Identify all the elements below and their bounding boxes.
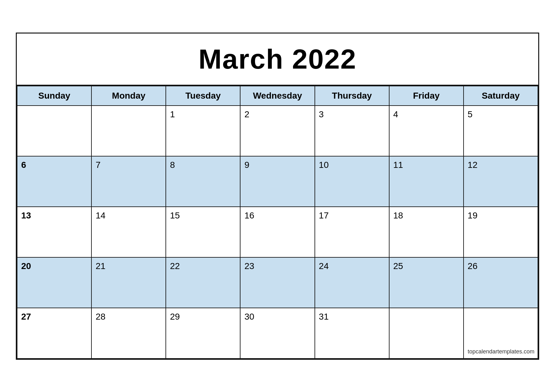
calendar-day-cell: 30 <box>240 308 315 358</box>
calendar-day-cell: 16 <box>240 207 315 257</box>
calendar-container: March 2022 SundayMondayTuesdayWednesdayT… <box>16 33 539 360</box>
watermark-text: topcalendartemplates.com <box>468 348 534 355</box>
calendar-day-cell: 15 <box>166 207 240 257</box>
calendar-day-cell <box>91 106 166 156</box>
day-number: 14 <box>96 211 105 220</box>
day-of-week-header: Friday <box>389 86 464 106</box>
calendar-day-cell: 20 <box>17 257 91 308</box>
day-number: 10 <box>319 160 329 170</box>
calendar-day-cell: 8 <box>166 156 240 207</box>
calendar-day-cell: 29 <box>166 308 240 358</box>
calendar-day-cell: 28 <box>91 308 166 358</box>
day-number: 13 <box>21 211 31 220</box>
calendar-day-cell: 9 <box>240 156 315 207</box>
calendar-day-cell <box>17 106 91 156</box>
day-number: 18 <box>393 211 403 220</box>
day-number: 15 <box>170 211 180 220</box>
calendar-body: 1234567891011121314151617181920212223242… <box>17 106 538 358</box>
calendar-day-cell: 11 <box>389 156 464 207</box>
calendar-week-row: 6789101112 <box>17 156 538 207</box>
calendar-header: March 2022 <box>17 34 538 86</box>
calendar-day-cell: 25 <box>389 257 464 308</box>
day-number: 20 <box>21 261 31 271</box>
calendar-day-cell: 2 <box>240 106 315 156</box>
day-number: 8 <box>170 160 175 170</box>
calendar-day-cell: 22 <box>166 257 240 308</box>
calendar-grid: SundayMondayTuesdayWednesdayThursdayFrid… <box>17 86 538 359</box>
calendar-day-cell <box>389 308 464 358</box>
day-of-week-header: Sunday <box>17 86 91 106</box>
day-number: 19 <box>468 211 477 220</box>
calendar-day-cell: 27 <box>17 308 91 358</box>
day-number: 6 <box>21 160 26 170</box>
calendar-day-cell: 19 <box>464 207 538 257</box>
day-number: 27 <box>21 312 31 322</box>
day-number: 12 <box>468 160 477 170</box>
calendar-week-row: 12345 <box>17 106 538 156</box>
calendar-day-cell: 13 <box>17 207 91 257</box>
day-number: 28 <box>96 312 105 322</box>
day-number: 24 <box>319 261 329 271</box>
calendar-day-cell: 26 <box>464 257 538 308</box>
calendar-day-cell: 12 <box>464 156 538 207</box>
calendar-day-cell: 10 <box>315 156 389 207</box>
day-of-week-header: Thursday <box>315 86 389 106</box>
day-of-week-header: Wednesday <box>240 86 315 106</box>
day-number: 30 <box>244 312 254 322</box>
calendar-day-cell: 3 <box>315 106 389 156</box>
day-number: 11 <box>393 160 403 170</box>
day-number: 22 <box>170 261 180 271</box>
calendar-day-cell: 18 <box>389 207 464 257</box>
calendar-week-row: 13141516171819 <box>17 207 538 257</box>
days-of-week-row: SundayMondayTuesdayWednesdayThursdayFrid… <box>17 86 538 106</box>
calendar-day-cell: 21 <box>91 257 166 308</box>
calendar-day-cell: 31 <box>315 308 389 358</box>
calendar-week-row: 20212223242526 <box>17 257 538 308</box>
day-of-week-header: Monday <box>91 86 166 106</box>
calendar-title: March 2022 <box>23 43 532 75</box>
day-number: 23 <box>244 261 254 271</box>
day-number: 31 <box>319 312 329 322</box>
calendar-day-cell: 17 <box>315 207 389 257</box>
calendar-day-cell: 14 <box>91 207 166 257</box>
day-number: 3 <box>319 109 324 119</box>
day-number: 7 <box>96 160 101 170</box>
calendar-day-cell: 24 <box>315 257 389 308</box>
day-number: 1 <box>170 109 175 119</box>
calendar-day-cell: 1 <box>166 106 240 156</box>
calendar-header-row: SundayMondayTuesdayWednesdayThursdayFrid… <box>17 86 538 106</box>
day-number: 25 <box>393 261 403 271</box>
calendar-day-cell: 23 <box>240 257 315 308</box>
calendar-day-cell: 6 <box>17 156 91 207</box>
day-number: 26 <box>468 261 477 271</box>
day-number: 29 <box>170 312 180 322</box>
day-number: 5 <box>468 109 473 119</box>
calendar-day-cell: topcalendartemplates.com <box>464 308 538 358</box>
day-number: 21 <box>96 261 105 271</box>
calendar-week-row: 2728293031topcalendartemplates.com <box>17 308 538 358</box>
day-of-week-header: Saturday <box>464 86 538 106</box>
day-number: 17 <box>319 211 329 220</box>
calendar-day-cell: 5 <box>464 106 538 156</box>
calendar-day-cell: 7 <box>91 156 166 207</box>
day-number: 2 <box>244 109 249 119</box>
day-of-week-header: Tuesday <box>166 86 240 106</box>
calendar-day-cell: 4 <box>389 106 464 156</box>
day-number: 4 <box>393 109 398 119</box>
day-number: 9 <box>244 160 249 170</box>
day-number: 16 <box>244 211 254 220</box>
